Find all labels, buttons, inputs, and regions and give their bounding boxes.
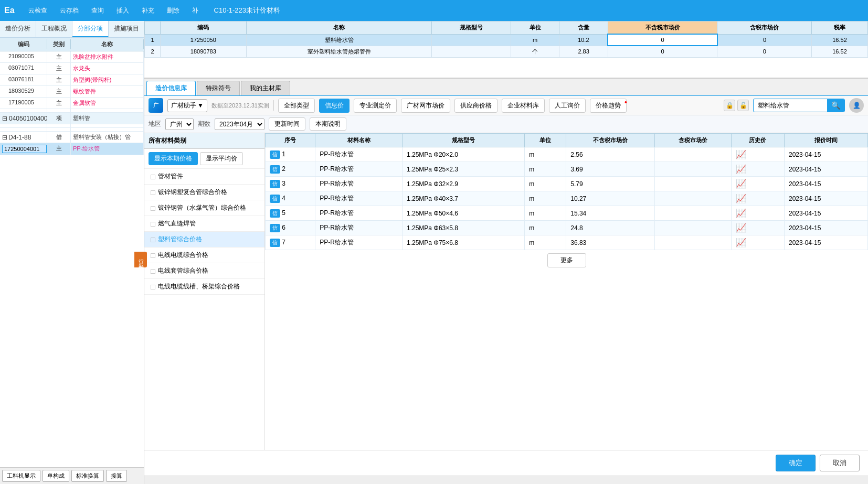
tab-zaojia-xinxiku[interactable]: 造价信息库	[146, 81, 196, 95]
btn-guangcai-shichang[interactable]: 广材网市场价	[401, 99, 450, 113]
cancel-button[interactable]: 取消	[820, 455, 860, 471]
left-row-2-type: 主	[47, 63, 71, 74]
side-icon-ye[interactable]: 业	[136, 257, 145, 259]
result-row-3[interactable]: 信 3 PP-R给水管 1.25MPa Φ32×2.9 m 5.79 📈 202…	[266, 177, 868, 191]
trend-icon-4[interactable]: 📈	[736, 194, 746, 203]
left-row-7[interactable]: ⊟040501004001 项 塑料管	[0, 113, 144, 124]
search-input[interactable]	[754, 100, 827, 111]
guangcai-menu[interactable]: 广材助手 ▼	[167, 99, 207, 112]
result-row-7[interactable]: 信 7 PP-R给水管 1.25MPa Φ75×6.8 m 36.83 📈 20…	[266, 235, 868, 250]
info-badge-1[interactable]: 信	[270, 150, 280, 159]
left-row-3[interactable]: 03076181 主 角型阀(带阀杆)	[0, 74, 144, 86]
nav-bu[interactable]: 补	[187, 4, 204, 17]
result-row-2[interactable]: 信 2 PP-R给水管 1.25MPa Φ25×2.3 m 3.69 📈 202…	[266, 162, 868, 177]
left-row-11[interactable]: 主 PP-给水管	[0, 143, 144, 155]
btn-show-avg-price[interactable]: 显示平均价	[200, 152, 243, 165]
period-select[interactable]: 2023年04月	[215, 119, 264, 130]
btn-xinxijia[interactable]: 信息价	[319, 99, 350, 113]
btn-dancgoucheng[interactable]: 单构成	[43, 470, 69, 482]
cat-item-4[interactable]: □ 塑料管综合价格	[144, 232, 264, 248]
confirm-button[interactable]: 确定	[776, 455, 816, 471]
left-row-9[interactable]	[0, 128, 144, 132]
cat-item-2[interactable]: □ 镀锌钢管（水煤气管）综合价格	[144, 200, 264, 216]
rtd-4-trend[interactable]: 📈	[731, 191, 784, 206]
btn-this-period-desc[interactable]: 本期说明	[310, 117, 346, 131]
table-row-2[interactable]: 2 18090783 室外塑料给水管热熔管件 个 2.83 0 0 16.52	[145, 46, 868, 57]
tab-gongcheng-gailan[interactable]: 工程概况	[36, 21, 72, 37]
nav-shanchu[interactable]: 删除	[162, 4, 185, 17]
rtd-7-trend[interactable]: 📈	[731, 235, 784, 250]
info-badge-4[interactable]: 信	[270, 195, 280, 203]
nav-charu[interactable]: 插入	[111, 4, 134, 17]
left-row-5[interactable]: 17190005 主 金属软管	[0, 98, 144, 109]
btn-all-types[interactable]: 全部类型	[278, 99, 315, 113]
result-row-5[interactable]: 信 5 PP-R给水管 1.25MPa Φ50×4.6 m 15.34 📈 20…	[266, 206, 868, 221]
left-row-8[interactable]	[0, 124, 144, 128]
cat-item-0[interactable]: □ 管材管件	[144, 169, 264, 185]
side-icon-shu[interactable]: 数	[136, 260, 145, 262]
rtd-2-trend[interactable]: 📈	[731, 162, 784, 177]
result-row-4[interactable]: 信 4 PP-R给水管 1.25MPa Φ40×3.7 m 10.27 📈 20…	[266, 191, 868, 206]
more-button[interactable]: 更多	[547, 253, 586, 267]
lock-icon-2[interactable]: 🔓	[737, 100, 749, 111]
rtd-7-name: PP-R给水管	[315, 235, 403, 250]
info-badge-6[interactable]: 信	[270, 224, 280, 232]
bottom-scrollbar[interactable]	[144, 476, 868, 484]
nav-yunjianci[interactable]: 云检查	[23, 4, 52, 17]
cat-item-6[interactable]: □ 电线套管综合价格	[144, 263, 264, 279]
tab-teshu-fuhao[interactable]: 特殊符号	[197, 81, 240, 95]
info-badge-2[interactable]: 信	[270, 165, 280, 174]
btn-zhuanyeceding[interactable]: 专业测定价	[354, 99, 397, 113]
rtd-5-trend[interactable]: 📈	[731, 206, 784, 221]
search-button[interactable]: 🔍	[827, 99, 844, 112]
nav-buchong[interactable]: 补充	[136, 4, 160, 17]
left-row-2[interactable]: 03071071 主 水龙头	[0, 63, 144, 74]
nav-yuncundang[interactable]: 云存档	[55, 4, 84, 17]
left-row-4[interactable]: 18030529 主 螺纹管件	[0, 86, 144, 98]
trend-icon-2[interactable]: 📈	[736, 165, 746, 174]
btn-jiage-qushi[interactable]: 价格趋势	[590, 99, 627, 113]
trend-icon-3[interactable]: 📈	[736, 179, 746, 188]
result-row-6[interactable]: 信 6 PP-R给水管 1.25MPa Φ63×5.8 m 24.8 📈 202…	[266, 221, 868, 235]
rtd-6-trend[interactable]: 📈	[731, 221, 784, 235]
trend-icon-7[interactable]: 📈	[736, 238, 746, 247]
rtd-1-trend[interactable]: 📈	[731, 147, 784, 162]
info-badge-5[interactable]: 信	[270, 209, 280, 218]
side-icon-ju[interactable]: 据	[136, 263, 145, 265]
td-2-extax[interactable]: 0	[608, 46, 717, 57]
cat-item-5[interactable]: □ 电线电缆综合价格	[144, 248, 264, 263]
left-row-6[interactable]	[0, 109, 144, 113]
lock-icon-1[interactable]: 🔒	[724, 100, 735, 111]
tab-wode-zhucaiku[interactable]: 我的主材库	[241, 81, 290, 95]
btn-gongyingshang[interactable]: 供应商价格	[454, 99, 497, 113]
trend-icon-5[interactable]: 📈	[736, 209, 746, 218]
btn-update-time[interactable]: 更新时间	[269, 117, 305, 131]
cat-item-7[interactable]: □ 电线电缆线槽、桥架综合价格	[144, 279, 264, 295]
btn-show-period-price[interactable]: 显示本期价格	[149, 152, 198, 165]
tab-cuoshi-xiangmu[interactable]: 措施项目	[109, 21, 145, 37]
left-table-header: 编码 类别 名称	[0, 38, 144, 51]
result-row-1[interactable]: 信 1 PP-R给水管 1.25MPa Φ20×2.0 m 2.56 📈 202…	[266, 147, 868, 162]
table-row-1[interactable]: 1 17250050 塑料给水管 m 10.2 0 0 16.52	[145, 34, 868, 46]
btn-qiye-cailiaoeku[interactable]: 企业材料库	[502, 99, 545, 113]
tab-zaojia-fenxi[interactable]: 造价分析	[0, 21, 36, 37]
info-badge-3[interactable]: 信	[270, 180, 280, 188]
btn-jiesuan[interactable]: 接算	[106, 470, 127, 482]
nav-chaxun[interactable]: 查询	[86, 4, 109, 17]
info-badge-7[interactable]: 信	[270, 239, 280, 247]
trend-icon-1[interactable]: 📈	[736, 150, 746, 159]
code-edit-input[interactable]	[2, 145, 47, 153]
side-icon-hang[interactable]: 行	[136, 254, 145, 256]
left-row-10[interactable]: ⊟D4-1-88 借 塑料管安装（粘接）管	[0, 132, 144, 143]
btn-biaozhunhuansuan[interactable]: 标准换算	[71, 470, 104, 482]
left-row-1[interactable]: 21090005 主 洗脸盆排水附件	[0, 51, 144, 63]
trend-icon-6[interactable]: 📈	[736, 223, 746, 232]
td-1-extax[interactable]: 0	[608, 34, 717, 46]
cat-item-3[interactable]: □ 燃气直缝焊管	[144, 216, 264, 232]
region-select[interactable]: 广州	[165, 119, 194, 130]
rtd-3-trend[interactable]: 📈	[731, 177, 784, 191]
btn-rengong-xunjia[interactable]: 人工询价	[549, 99, 586, 113]
cat-item-1[interactable]: □ 镀锌钢塑复合管综合价格	[144, 185, 264, 200]
tab-fenbufenxiang[interactable]: 分部分项	[72, 21, 109, 37]
btn-gongliaojiexianshi[interactable]: 工料机显示	[2, 470, 40, 482]
